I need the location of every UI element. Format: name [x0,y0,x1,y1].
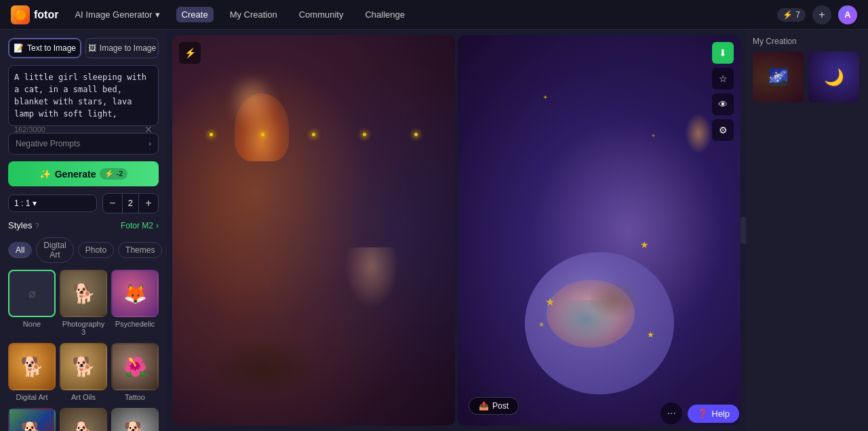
styles-header: Styles ? Fotor M2 › [8,220,159,230]
style-item-photography3[interactable]: 🐕 Photography 3 [60,270,107,336]
style-grid-2: 🐕 Digital Art 🐕 Art Oils 🌺 Tattoo [8,343,159,401]
negative-prompt-row[interactable]: Negative Prompts › [8,133,159,155]
my-creation-title: My Creation [753,37,861,46]
post-label: Post [492,401,509,411]
filter-tabs: All Digital Art Photo Themes › [8,237,159,263]
light-1 [210,133,213,136]
style-item-3a[interactable]: 🐕 [8,408,56,431]
left-image-container: ⚡ [172,35,455,426]
nav-ai-generator[interactable]: AI Image Generator ▾ [69,7,165,22]
creation-thumb-1[interactable]: 🌌 [753,52,804,102]
left-panel: 📝 Text to Image 🖼 Image to Image A littl… [0,30,167,431]
generate-badge: ⚡ -2 [100,168,127,180]
light-2 [261,133,264,136]
controls-row: 1 : 1 ▾ − 2 + [8,193,159,213]
logo[interactable]: 🟠 fotor [11,5,58,24]
generate-icon: ✨ [39,169,51,180]
generate-label: Generate [55,169,96,180]
favorite-button[interactable]: ☆ [712,68,734,89]
style-item-tattoo[interactable]: 🌺 Tattoo [111,343,159,401]
nav-my-creation[interactable]: My Creation [224,7,283,22]
collapse-panel-button[interactable]: ‹ [741,217,746,244]
stepper-minus[interactable]: − [103,194,122,213]
style-item-art-oils[interactable]: 🐕 Art Oils [60,343,107,401]
small-star-2: ✦ [651,133,656,139]
badge-count: 7 [795,10,800,20]
bg-lamp [685,113,712,154]
styles-model-link[interactable]: Fotor M2 › [121,221,159,230]
style-thumb-photography3: 🐕 [60,270,107,317]
text-icon: 📝 [14,43,24,53]
generate-button[interactable]: ✨ Generate ⚡ -2 [8,161,159,186]
light-3 [312,133,315,136]
right-panel: My Creation 🌌 🌙 [746,30,868,431]
pod-opening [547,280,635,348]
nav-plus-button[interactable]: + [812,5,831,24]
tune-button[interactable]: ⚡ [179,42,201,64]
preview-button[interactable]: 👁 [712,94,734,115]
nav-my-creation-label: My Creation [230,9,277,20]
center-panel: ⚡ ‹ ★ ★ ★ ★ [167,30,746,431]
creation-thumb-2[interactable]: 🌙 [808,52,859,102]
style-item-psychedelic[interactable]: 🦊 Psychedelic [111,270,159,336]
model-name: Fotor M2 [121,221,153,230]
right-image-overlay: ★ ★ ★ ★ ✦ ✦ [458,35,741,426]
more-button[interactable]: ··· [660,403,682,424]
download-icon: ⬇ [719,47,727,58]
child-teal [552,300,620,348]
stepper-plus[interactable]: + [139,194,158,213]
tab-text-to-image-label: Text to Image [27,43,76,53]
nav-challenge[interactable]: Challenge [359,7,410,22]
ratio-value: 1 : 1 [14,199,30,208]
help-icon[interactable]: ? [35,222,39,230]
avatar[interactable]: A [838,5,857,24]
logo-text: fotor [34,9,58,21]
bottom-bar: ··· ❓ Help [660,403,739,424]
style-thumb-3c: 🐕 [111,408,159,431]
post-button[interactable]: 📤 Post [469,397,519,415]
style-thumb-3b: 🐕 [60,408,107,431]
prompt-input[interactable]: A little girl sleeping with a cat, in a … [14,71,153,119]
nav-create[interactable]: Create [176,7,214,22]
filter-photo[interactable]: Photo [78,242,114,258]
lamp-glow [229,75,276,129]
star-left: ★ [545,295,555,308]
tab-text-to-image[interactable]: 📝 Text to Image [8,38,81,58]
help-button[interactable]: ❓ Help [688,405,739,423]
style-thumb-3a: 🐕 [8,408,56,431]
negative-prompt-label: Negative Prompts [16,139,80,148]
settings-icon: ⚙ [719,125,728,136]
style-item-3c[interactable]: 🐕 [111,408,159,431]
style-name-digital-art: Digital Art [16,393,47,401]
style-thumb-none: ⌀ [8,270,56,317]
ambient-warm [172,35,455,426]
prompt-area: A little girl sleeping with a cat, in a … [8,65,159,126]
filter-all[interactable]: All [8,242,32,258]
tab-row: 📝 Text to Image 🖼 Image to Image [8,38,159,58]
nav-challenge-label: Challenge [365,9,405,20]
settings-button[interactable]: ⚙ [712,119,734,141]
style-thumb-digital-art: 🐕 [8,343,56,390]
nav-community[interactable]: Community [294,7,349,22]
filter-digital-art[interactable]: Digital Art [36,237,73,263]
moon-pod [525,252,674,394]
nav-community-label: Community [299,9,344,20]
style-item-none[interactable]: ⌀ None [8,270,56,336]
right-image: ★ ★ ★ ★ ✦ ✦ [458,35,741,426]
cat-silhouette [215,340,310,394]
lightning-icon: ⚡ [783,10,793,20]
style-name-none: None [23,320,41,328]
style-item-3b[interactable]: 🐕 [60,408,107,431]
nav-badge[interactable]: ⚡ 7 [777,8,806,22]
more-icon: ··· [667,407,676,419]
download-button[interactable]: ⬇ [712,42,734,64]
filter-themes[interactable]: Themes [118,242,162,258]
ratio-select[interactable]: 1 : 1 ▾ [8,194,97,212]
generate-cost: -2 [116,169,123,178]
tab-image-to-image[interactable]: 🖼 Image to Image [85,38,159,58]
style-thumb-psychedelic: 🦊 [111,270,159,317]
left-image [172,35,455,426]
style-item-digital-art[interactable]: 🐕 Digital Art [8,343,56,401]
chevron-down-icon: ▾ [33,199,37,208]
quantity-stepper: − 2 + [102,193,159,213]
